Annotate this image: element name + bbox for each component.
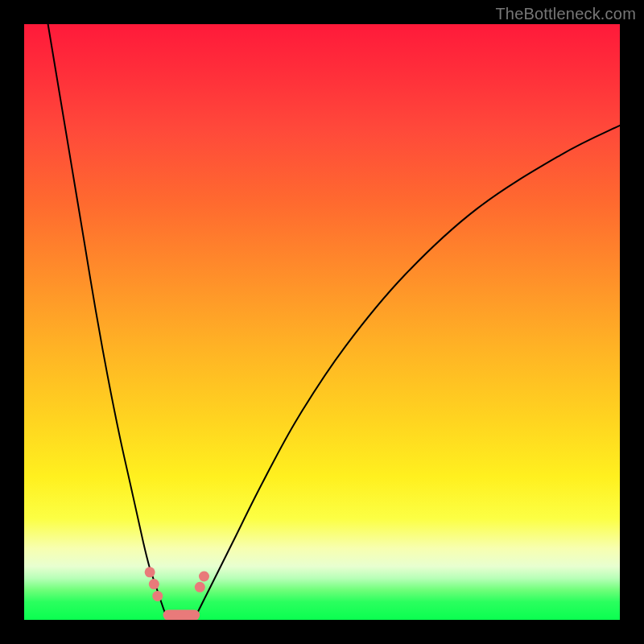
data-marker [199, 571, 209, 581]
watermark-text: TheBottleneck.com [495, 5, 636, 23]
data-marker [195, 582, 205, 592]
data-markers [145, 567, 209, 620]
data-marker [152, 591, 163, 601]
data-marker [145, 567, 155, 577]
valley-floor-marker [163, 610, 200, 620]
data-marker [149, 579, 159, 589]
plot-area [24, 24, 620, 620]
bottleneck-curve [24, 24, 620, 620]
v-curve-path [48, 24, 620, 617]
outer-frame: TheBottleneck.com [0, 0, 644, 644]
